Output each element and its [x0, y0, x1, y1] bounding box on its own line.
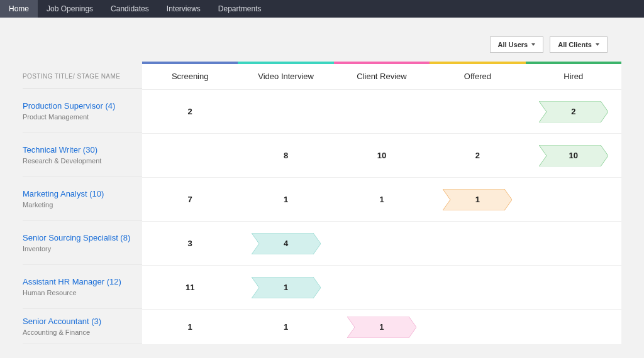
job-row-label: Technical Writer (30)Research & Developm… — [23, 133, 142, 177]
job-title-link[interactable]: Marketing Analyst (10) — [23, 189, 137, 200]
stage-chip-value: 2 — [571, 107, 575, 116]
stage-cell — [430, 89, 525, 133]
stage-cell — [430, 221, 525, 265]
chevron-down-icon — [596, 43, 599, 46]
chevron-down-icon — [531, 43, 535, 46]
stage-cell[interactable]: 1 — [238, 309, 333, 344]
stage-cell[interactable]: 2 — [142, 89, 238, 133]
clients-filter-label: All Clients — [558, 41, 592, 48]
stage-value: 1 — [379, 195, 384, 204]
stage-cell — [430, 309, 525, 344]
stage-header: Client Review — [334, 64, 430, 89]
stage-chip-value: 4 — [284, 239, 288, 248]
job-department: Research & Development — [23, 157, 137, 165]
stage-cell[interactable]: 1 — [334, 177, 430, 221]
stage-chip-value: 1 — [284, 283, 288, 292]
stage-value: 3 — [188, 239, 192, 248]
job-title-link[interactable]: Assistant HR Manager (12) — [23, 277, 137, 288]
stage-cell — [526, 265, 621, 309]
stage-cell[interactable]: 7 — [142, 177, 238, 221]
stage-value: 1 — [188, 322, 192, 332]
stage-cell — [334, 89, 430, 133]
stage-cell — [334, 221, 430, 265]
stage-header: Hired — [526, 64, 621, 89]
stage-value: 2 — [188, 107, 192, 116]
filters-row: All Users All Clients — [23, 36, 621, 53]
job-department: Product Management — [23, 113, 137, 121]
stage-value: 2 — [475, 151, 480, 160]
job-department: Inventory — [23, 245, 137, 252]
job-department: Accounting & Finance — [23, 328, 137, 336]
job-row-label: Marketing Analyst (10)Marketing — [23, 177, 142, 221]
stage-cell[interactable]: 4 — [238, 221, 333, 265]
stage-chip[interactable]: 1 — [252, 277, 321, 298]
job-department: Human Resource — [23, 289, 137, 296]
job-row-label: Senior Accountant (3)Accounting & Financ… — [23, 309, 142, 344]
stage-cell[interactable]: 1 — [238, 177, 333, 221]
job-department: Marketing — [23, 201, 137, 209]
stage-header: Offered — [430, 64, 525, 89]
nav-item-home[interactable]: Home — [0, 0, 38, 18]
stage-chip[interactable]: 4 — [252, 233, 321, 254]
stage-cell[interactable]: 10 — [334, 133, 430, 177]
stage-cell — [526, 309, 621, 344]
stage-header: Screening — [142, 64, 238, 89]
stage-value: 7 — [188, 195, 192, 204]
stage-cell[interactable]: 1 — [430, 177, 525, 221]
left-header: POSTING TITLE/ STAGE NAME — [23, 64, 142, 89]
page-body: All Users All Clients POSTING TITLE/ STA… — [0, 18, 644, 344]
stage-value: 8 — [284, 151, 288, 160]
pipeline-grid: POSTING TITLE/ STAGE NAMEScreeningVideo … — [23, 62, 621, 344]
stage-cell[interactable]: 3 — [142, 221, 238, 265]
job-row-label: Assistant HR Manager (12)Human Resource — [23, 265, 142, 309]
stage-cell — [430, 265, 525, 309]
stage-chip[interactable]: 1 — [347, 317, 416, 338]
top-nav: HomeJob OpeningsCandidatesInterviewsDepa… — [0, 0, 644, 18]
stage-chip[interactable]: 10 — [539, 145, 608, 166]
stage-header: Video Interview — [238, 64, 333, 89]
job-title-link[interactable]: Senior Sourcing Specialist (8) — [23, 233, 137, 244]
stage-chip[interactable]: 1 — [443, 189, 512, 210]
stage-value: 10 — [377, 151, 386, 160]
job-title-link[interactable]: Senior Accountant (3) — [23, 317, 137, 327]
stage-chip-value: 10 — [569, 151, 578, 160]
users-filter-label: All Users — [498, 41, 528, 48]
stage-chip-value: 1 — [379, 322, 384, 332]
nav-item-interviews[interactable]: Interviews — [158, 0, 209, 18]
stage-cell — [142, 133, 238, 177]
stage-cell — [526, 221, 621, 265]
stage-cell[interactable]: 11 — [142, 265, 238, 309]
stage-cell[interactable]: 8 — [238, 133, 333, 177]
stage-cell[interactable]: 1 — [142, 309, 238, 344]
stage-cell[interactable]: 2 — [526, 89, 621, 133]
nav-item-job-openings[interactable]: Job Openings — [38, 0, 102, 18]
stage-cell — [238, 89, 333, 133]
users-filter[interactable]: All Users — [490, 36, 544, 53]
stage-chip[interactable]: 2 — [539, 101, 608, 122]
stage-cell[interactable]: 10 — [526, 133, 621, 177]
job-row-label: Senior Sourcing Specialist (8)Inventory — [23, 221, 142, 265]
stage-cell[interactable]: 1 — [334, 309, 430, 344]
stage-cell — [526, 177, 621, 221]
job-row-label: Production Supervisor (4)Product Managem… — [23, 89, 142, 133]
job-title-link[interactable]: Production Supervisor (4) — [23, 101, 137, 112]
stage-chip-value: 1 — [475, 195, 480, 204]
clients-filter[interactable]: All Clients — [550, 36, 608, 53]
stage-cell[interactable]: 1 — [238, 265, 333, 309]
job-title-link[interactable]: Technical Writer (30) — [23, 145, 137, 156]
stage-cell — [334, 265, 430, 309]
nav-item-departments[interactable]: Departments — [209, 0, 270, 18]
stage-value: 1 — [284, 322, 288, 332]
stage-value: 1 — [284, 195, 288, 204]
nav-item-candidates[interactable]: Candidates — [102, 0, 158, 18]
stage-cell[interactable]: 2 — [430, 133, 525, 177]
stage-value: 11 — [186, 283, 194, 292]
